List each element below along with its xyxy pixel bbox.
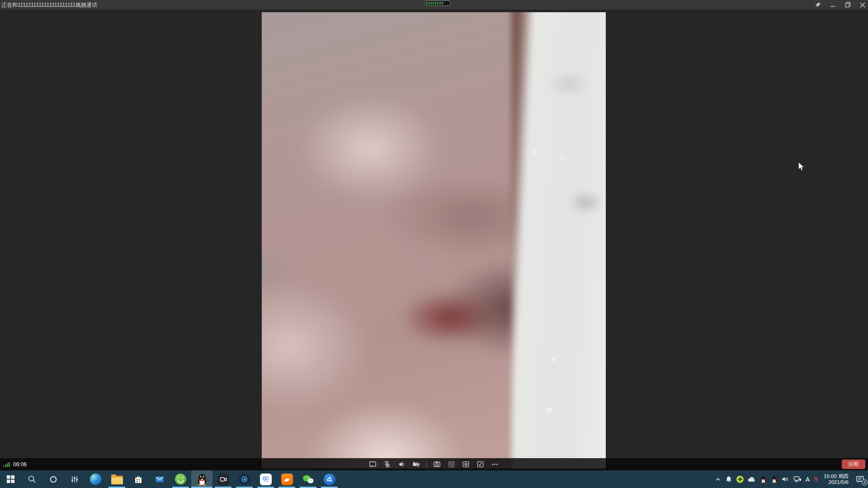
close-icon bbox=[860, 2, 865, 8]
cortana-icon bbox=[49, 475, 58, 484]
mail-icon bbox=[154, 474, 165, 485]
annotate-button[interactable] bbox=[476, 460, 485, 469]
taskbar-item-wechat[interactable] bbox=[297, 470, 319, 488]
taskbar-item-edge[interactable] bbox=[85, 470, 106, 488]
clock-time: 15:00 周四 bbox=[824, 474, 849, 479]
green-plus-icon: ✚ bbox=[736, 476, 744, 483]
close-button[interactable] bbox=[859, 2, 866, 8]
camera-app-icon bbox=[217, 474, 229, 485]
notification-badge: 2 bbox=[862, 479, 868, 485]
screenshot-button[interactable] bbox=[433, 460, 441, 469]
chat-button[interactable] bbox=[368, 460, 377, 469]
chat-icon bbox=[368, 460, 377, 469]
restore-icon bbox=[845, 2, 851, 8]
volume-tray[interactable] bbox=[782, 476, 789, 483]
qq-tray[interactable] bbox=[760, 476, 767, 483]
qq-tray-icon bbox=[771, 476, 778, 483]
hangup-button[interactable]: 挂断 bbox=[842, 460, 865, 469]
speaker-button[interactable] bbox=[397, 460, 406, 469]
pause-pip-icon bbox=[462, 460, 470, 469]
pause-pip-button[interactable] bbox=[462, 460, 470, 469]
taskbar-item-camera-app[interactable] bbox=[212, 470, 234, 488]
video-droplet bbox=[551, 357, 555, 361]
restore-button[interactable] bbox=[844, 2, 851, 8]
taskbar-item-blue-app[interactable] bbox=[319, 470, 340, 488]
cloud-app-icon bbox=[260, 474, 272, 485]
signal-strength-icon bbox=[3, 461, 10, 467]
microphone-mute-button[interactable] bbox=[383, 460, 392, 469]
remote-video-feed bbox=[262, 12, 606, 469]
call-control-bar: 06:06 bbox=[0, 458, 868, 470]
qq-penguin-icon bbox=[196, 473, 208, 486]
call-toolbar bbox=[262, 458, 606, 470]
taskbar-item-store[interactable] bbox=[127, 470, 149, 488]
network-quality-bars bbox=[426, 2, 444, 5]
taskbar: ✚ A S 15:00 周四 2021/5/6 bbox=[0, 470, 868, 488]
taskbar-item-cloud-app[interactable] bbox=[255, 470, 276, 488]
camera-off-button[interactable] bbox=[412, 460, 420, 469]
more-button[interactable] bbox=[491, 460, 499, 469]
window-controls bbox=[815, 0, 866, 9]
taskbar-item-qq[interactable] bbox=[191, 470, 212, 488]
screenshot-icon bbox=[433, 460, 441, 469]
sogou-input-icon[interactable]: S bbox=[814, 475, 818, 483]
face-effects-icon bbox=[447, 460, 456, 469]
cortana-button[interactable] bbox=[42, 470, 64, 488]
face-effects-button[interactable] bbox=[447, 460, 456, 469]
clock-date: 2021/5/6 bbox=[824, 479, 849, 485]
video-droplet bbox=[561, 156, 564, 159]
taskbar-item-douyu[interactable] bbox=[276, 470, 297, 488]
qq-tray-2[interactable] bbox=[771, 476, 778, 483]
taskbar-item-mail[interactable] bbox=[149, 470, 170, 488]
taskbar-item-player-app[interactable] bbox=[234, 470, 255, 488]
douyu-icon bbox=[281, 474, 293, 485]
speaker-icon bbox=[397, 460, 406, 469]
mouse-cursor bbox=[798, 162, 806, 174]
system-tray: ✚ A S 15:00 周四 2021/5/6 bbox=[715, 470, 868, 488]
green-app-icon bbox=[175, 474, 186, 485]
notification-bell[interactable] bbox=[725, 476, 732, 483]
pin-button[interactable] bbox=[815, 2, 821, 8]
ethernet-icon bbox=[793, 476, 802, 483]
chevron-up-icon bbox=[715, 476, 721, 483]
minimize-icon bbox=[830, 2, 835, 8]
microphone-muted-icon bbox=[383, 460, 392, 469]
ime-indicator[interactable]: A bbox=[806, 476, 810, 483]
taskbar-clock[interactable]: 15:00 周四 2021/5/6 bbox=[822, 474, 850, 485]
hidden-icons-chevron[interactable] bbox=[715, 476, 721, 483]
edge-icon bbox=[90, 474, 101, 485]
desktop: 正在和1111111111111111111111视频通话 bbox=[0, 0, 868, 488]
file-explorer-icon bbox=[111, 476, 123, 484]
qq-tray-icon bbox=[760, 476, 767, 483]
task-view-button[interactable] bbox=[64, 470, 85, 488]
call-timer: 06:06 bbox=[3, 458, 27, 470]
wechat-icon bbox=[302, 474, 314, 485]
video-droplet bbox=[532, 150, 536, 154]
store-icon bbox=[133, 474, 144, 485]
more-icon bbox=[491, 460, 499, 469]
cursor-arrow-icon bbox=[798, 162, 806, 172]
call-duration: 06:06 bbox=[13, 461, 27, 468]
windows-start-icon bbox=[7, 475, 14, 483]
taskbar-item-file-explorer[interactable] bbox=[106, 470, 127, 488]
minimize-button[interactable] bbox=[830, 2, 836, 8]
start-button[interactable] bbox=[0, 470, 21, 488]
annotate-icon bbox=[476, 460, 485, 469]
camera-off-icon bbox=[412, 460, 420, 469]
network-quality-indicator bbox=[424, 0, 451, 6]
task-view-icon bbox=[70, 475, 79, 484]
action-center-button[interactable]: 2 bbox=[854, 474, 866, 485]
player-app-icon bbox=[239, 474, 250, 485]
network-tray[interactable] bbox=[793, 476, 802, 483]
cloud-tray[interactable] bbox=[748, 476, 756, 483]
taskbar-apps bbox=[0, 470, 340, 488]
volume-icon bbox=[782, 476, 789, 483]
taskbar-item-green-app[interactable] bbox=[170, 470, 191, 488]
video-fabric-area bbox=[512, 12, 606, 469]
green-plus-tray[interactable]: ✚ bbox=[736, 476, 744, 483]
pin-icon bbox=[815, 2, 821, 8]
taskbar-search-button[interactable] bbox=[21, 470, 42, 488]
bell-icon bbox=[725, 476, 732, 483]
blue-app-icon bbox=[324, 474, 335, 485]
video-droplet bbox=[547, 407, 552, 412]
